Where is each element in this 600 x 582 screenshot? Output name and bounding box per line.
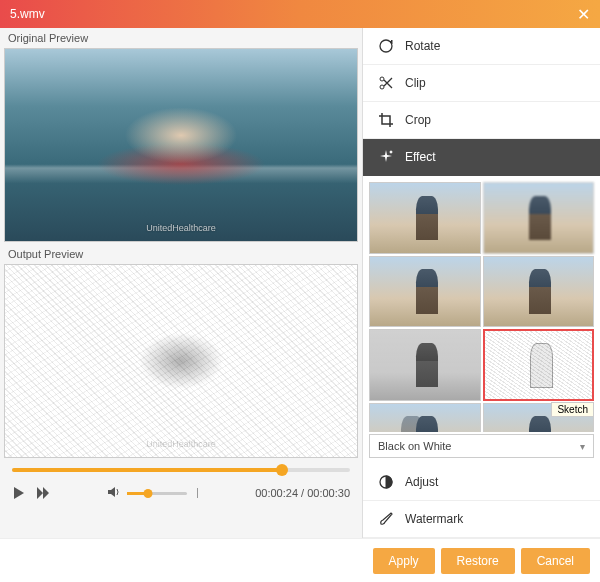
dropdown-value: Black on White [378, 440, 451, 452]
output-preview: UnitedHealthcare [4, 264, 358, 458]
tool-clip[interactable]: Clip [363, 65, 600, 102]
effect-thumb[interactable] [369, 329, 481, 401]
original-preview-label: Original Preview [0, 28, 362, 48]
tool-list-top: Rotate Clip Crop Effect [363, 28, 600, 176]
apply-button[interactable]: Apply [373, 548, 435, 574]
tools-panel: Rotate Clip Crop Effect Sketch [362, 28, 600, 538]
time-current: 00:00:24 [255, 487, 298, 499]
tool-adjust[interactable]: Adjust [363, 464, 600, 501]
effect-thumb[interactable] [483, 256, 595, 328]
main-content: Original Preview UnitedHealthcare Output… [0, 28, 600, 538]
effect-thumb[interactable] [369, 182, 481, 254]
contrast-icon [377, 473, 395, 491]
time-total: 00:00:30 [307, 487, 350, 499]
effect-thumb-selected[interactable]: Sketch [483, 329, 595, 401]
sparkle-icon [377, 148, 395, 166]
close-icon[interactable]: ✕ [577, 5, 590, 24]
chevron-down-icon: ▾ [580, 441, 585, 452]
tool-list-bottom: Adjust Watermark [363, 464, 600, 538]
titlebar: 5.wmv ✕ [0, 0, 600, 28]
svg-point-2 [380, 77, 384, 81]
tool-effect[interactable]: Effect [363, 139, 600, 176]
tool-rotate[interactable]: Rotate [363, 28, 600, 65]
footer: Apply Restore Cancel [0, 538, 600, 582]
cancel-button[interactable]: Cancel [521, 548, 590, 574]
brush-icon [377, 510, 395, 528]
restore-button[interactable]: Restore [441, 548, 515, 574]
tool-label: Effect [405, 150, 435, 164]
scissors-icon [377, 74, 395, 92]
original-preview: UnitedHealthcare [4, 48, 358, 242]
svg-point-1 [380, 85, 384, 89]
video-watermark-out: UnitedHealthcare [146, 439, 216, 449]
effect-thumb[interactable] [369, 256, 481, 328]
effect-dropdown[interactable]: Black on White ▾ [369, 434, 594, 458]
output-preview-label: Output Preview [0, 244, 362, 264]
time-display: 00:00:24 / 00:00:30 [255, 487, 350, 499]
tool-crop[interactable]: Crop [363, 102, 600, 139]
video-watermark: UnitedHealthcare [146, 223, 216, 233]
effect-tooltip: Sketch [551, 402, 594, 417]
effect-thumb[interactable] [369, 403, 481, 432]
seek-slider[interactable] [12, 468, 350, 472]
play-button[interactable] [12, 486, 26, 500]
svg-point-3 [390, 151, 392, 153]
tool-label: Clip [405, 76, 426, 90]
preview-panel: Original Preview UnitedHealthcare Output… [0, 28, 362, 538]
rotate-icon [377, 37, 395, 55]
volume-control [107, 486, 198, 500]
crop-icon [377, 111, 395, 129]
tool-label: Rotate [405, 39, 440, 53]
volume-icon[interactable] [107, 486, 121, 500]
volume-slider[interactable] [127, 492, 187, 495]
effect-thumb[interactable] [483, 182, 595, 254]
tool-label: Watermark [405, 512, 463, 526]
next-button[interactable] [36, 486, 50, 500]
timeline [0, 460, 362, 476]
effects-grid: Sketch [363, 176, 600, 432]
tool-label: Crop [405, 113, 431, 127]
window-title: 5.wmv [10, 7, 45, 21]
tool-watermark[interactable]: Watermark [363, 501, 600, 538]
tool-label: Adjust [405, 475, 438, 489]
playback-controls: 00:00:24 / 00:00:30 [0, 476, 362, 508]
